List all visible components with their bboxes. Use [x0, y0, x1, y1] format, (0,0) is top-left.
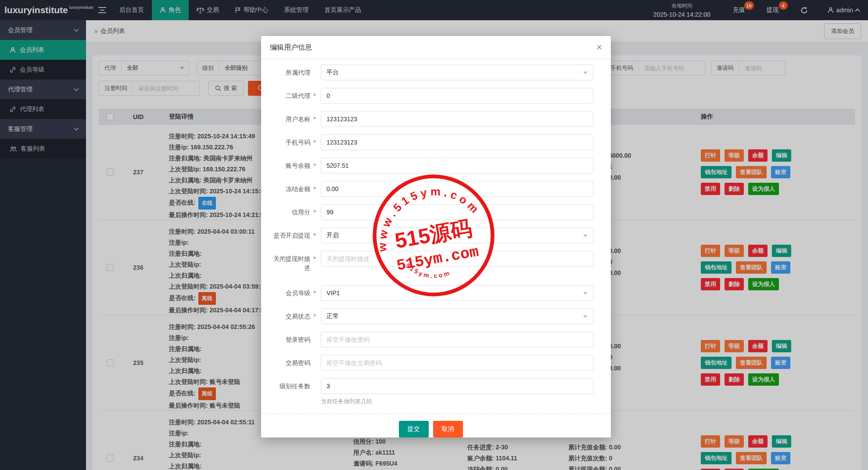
chevron-down-icon	[583, 315, 588, 318]
field-control	[321, 332, 593, 347]
field-label: 二级代理*	[268, 88, 310, 104]
chevron-down-icon	[583, 72, 588, 74]
modal-field-1: 所属代理平台	[268, 65, 593, 80]
关闭提现时描述-input[interactable]	[321, 251, 593, 267]
submit-button[interactable]: 提交	[399, 421, 429, 437]
select-value: 平台	[326, 69, 339, 76]
required-asterisk: *	[314, 254, 316, 263]
required-asterisk: *	[314, 138, 316, 147]
是否开启提现-select[interactable]: 开启	[321, 228, 593, 243]
field-control: 开启	[321, 228, 593, 243]
modal-field-7: 信用分*	[268, 204, 593, 220]
modal-field-12: 登录密码	[268, 332, 593, 347]
field-control	[321, 181, 593, 197]
required-asterisk: *	[314, 289, 316, 297]
field-control	[321, 158, 593, 174]
required-asterisk: *	[314, 115, 316, 123]
required-asterisk: *	[314, 312, 316, 321]
chevron-down-icon	[583, 235, 588, 237]
级别任务数-input[interactable]	[321, 378, 593, 394]
field-label: 手机号码*	[268, 134, 310, 150]
field-control: 当前任务做到第几轮	[321, 378, 593, 405]
modal-header: 编辑用户信息 ×	[261, 36, 611, 59]
手机号码-input[interactable]	[321, 134, 593, 150]
required-asterisk: *	[314, 184, 316, 193]
cancel-button[interactable]: 取消	[433, 421, 463, 437]
modal-field-4: 手机号码*	[268, 134, 593, 150]
required-asterisk: *	[314, 231, 316, 240]
field-label: 交易状态*	[268, 308, 310, 324]
modal-field-6: 冻结金额*	[268, 181, 593, 197]
用户名称-input[interactable]	[321, 111, 593, 127]
登录密码-input[interactable]	[321, 332, 593, 347]
field-label: 会员等级*	[268, 285, 310, 301]
会员等级-select[interactable]: VIP1	[321, 285, 593, 301]
信用分-input[interactable]	[321, 204, 593, 220]
field-control	[321, 355, 593, 371]
field-control	[321, 88, 593, 104]
close-icon[interactable]: ×	[596, 43, 602, 52]
modal-divider	[261, 413, 611, 414]
冻结金额-input[interactable]	[321, 181, 593, 197]
二级代理-input[interactable]	[321, 88, 593, 104]
modal-field-13: 交易密码	[268, 355, 593, 371]
modal-body: 所属代理平台二级代理*用户名称*手机号码*账号余额*冻结金额*信用分*是否开启提…	[261, 59, 611, 437]
field-label: 冻结金额*	[268, 181, 310, 197]
modal-field-11: 交易状态*正常	[268, 308, 593, 324]
field-control	[321, 111, 593, 127]
modal-field-2: 二级代理*	[268, 88, 593, 104]
modal-field-14: 级别任务数当前任务做到第几轮	[268, 378, 593, 405]
required-asterisk: *	[314, 161, 316, 170]
modal-actions: 提交取消	[268, 421, 593, 437]
field-control: 正常	[321, 308, 593, 324]
select-value: 开启	[326, 231, 339, 239]
field-label: 用户名称*	[268, 111, 310, 127]
field-label: 账号余额*	[268, 158, 310, 174]
field-label: 登录密码	[268, 332, 310, 347]
field-label: 交易密码	[268, 355, 310, 371]
field-control: 平台	[321, 65, 593, 80]
交易状态-select[interactable]: 正常	[321, 308, 593, 324]
field-control: VIP1	[321, 285, 593, 301]
required-asterisk: *	[314, 91, 316, 100]
field-control	[321, 134, 593, 150]
field-hint: 当前任务做到第几轮	[321, 398, 593, 405]
field-label: 关闭提现时描述*	[268, 251, 310, 272]
modal-field-8: 是否开启提现*开启	[268, 228, 593, 243]
field-control	[321, 251, 593, 272]
modal-field-10: 会员等级*VIP1	[268, 285, 593, 301]
field-label: 所属代理	[268, 65, 310, 80]
required-asterisk: *	[314, 208, 316, 217]
edit-user-modal: 编辑用户信息 × 所属代理平台二级代理*用户名称*手机号码*账号余额*冻结金额*…	[261, 36, 611, 437]
field-label: 级别任务数	[268, 378, 310, 405]
modal-title: 编辑用户信息	[270, 43, 312, 52]
modal-field-5: 账号余额*	[268, 158, 593, 174]
chevron-down-icon	[583, 292, 588, 295]
账号余额-input[interactable]	[321, 158, 593, 174]
field-control	[321, 204, 593, 220]
所属代理-select[interactable]: 平台	[321, 65, 593, 80]
field-label: 信用分*	[268, 204, 310, 220]
select-value: VIP1	[326, 289, 340, 296]
field-label: 是否开启提现*	[268, 228, 310, 243]
modal-field-9: 关闭提现时描述*	[268, 251, 593, 272]
交易密码-input[interactable]	[321, 355, 593, 371]
select-value: 正常	[326, 312, 339, 320]
modal-field-3: 用户名称*	[268, 111, 593, 127]
